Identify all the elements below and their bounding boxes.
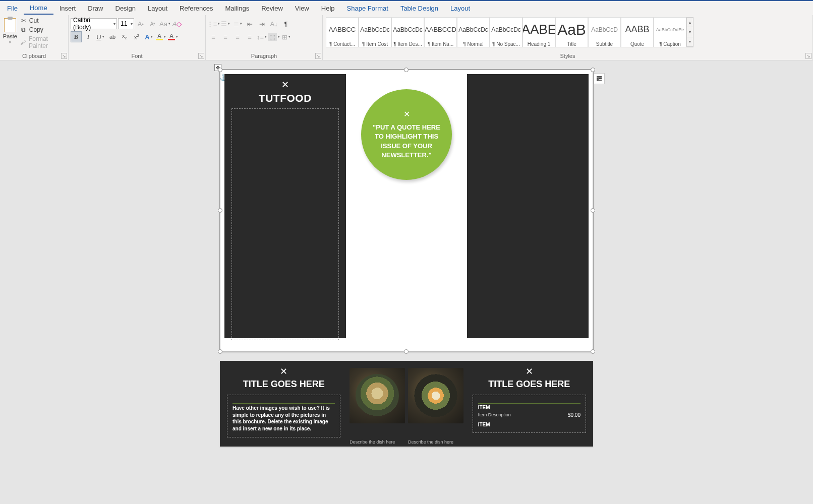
gallery-down[interactable]: ▾ <box>687 27 693 37</box>
clear-formatting-button[interactable]: A◇ <box>171 18 183 29</box>
menu-item-price: $0.00 <box>568 412 580 418</box>
paste-label: Paste <box>3 33 17 39</box>
menu-bar: File Home Insert Draw Design Layout Refe… <box>0 1 813 15</box>
tab-shape-format[interactable]: Shape Format <box>341 3 394 14</box>
utensils-icon: ✕ <box>227 366 340 377</box>
styles-launcher[interactable]: ↘ <box>805 53 811 59</box>
align-right-button[interactable]: ≡ <box>232 31 243 42</box>
tab-table-design[interactable]: Table Design <box>394 3 444 14</box>
style-item-des[interactable]: AaBbCcDc¶ Item Des... <box>391 17 424 47</box>
text-placeholder[interactable] <box>231 108 339 340</box>
brochure-panel-right[interactable] <box>467 74 589 338</box>
shading-button[interactable]: ⬚▾ <box>268 31 279 42</box>
style-heading1[interactable]: AABEHeading 1 <box>522 17 555 47</box>
bold-button[interactable]: B <box>71 31 82 42</box>
font-size-combo[interactable]: 11 <box>118 18 134 29</box>
increase-indent-button[interactable]: ⇥ <box>256 18 267 29</box>
menu-item-name: ITEM <box>478 422 580 427</box>
tab-help[interactable]: Help <box>315 3 341 14</box>
style-item-cost[interactable]: AaBbCcDc¶ Item Cost <box>359 17 391 47</box>
tab-file[interactable]: File <box>1 3 24 14</box>
style-caption[interactable]: AaBbCcDdEe¶ Caption <box>654 17 686 47</box>
style-contact[interactable]: AABBCC¶ Contact... <box>326 17 359 47</box>
sel-handle[interactable] <box>218 68 222 72</box>
justify-button[interactable]: ≡ <box>244 31 255 42</box>
sel-handle[interactable] <box>591 208 595 213</box>
sel-handle[interactable] <box>404 68 409 72</box>
quote-circle[interactable]: ✕ "PUT A QUOTE HERE TO HIGHLIGHT THIS IS… <box>361 89 452 180</box>
tab-table-layout[interactable]: Layout <box>444 3 476 14</box>
menu-placeholder[interactable]: ITEM Item Description $0.00 ITEM <box>473 395 586 433</box>
show-marks-button[interactable]: ¶ <box>280 18 292 29</box>
decrease-font-button[interactable]: A▾ <box>147 18 158 29</box>
sel-handle[interactable] <box>404 349 409 354</box>
brochure2-center[interactable]: Describe the dish here Describe the dish… <box>347 361 465 447</box>
change-case-button[interactable]: Aa▾ <box>159 18 170 29</box>
cut-button[interactable]: ✂ Cut <box>20 17 66 24</box>
tab-draw[interactable]: Draw <box>82 3 109 14</box>
style-item-na[interactable]: AABBCCD¶ Item Na... <box>424 17 457 47</box>
format-painter-button[interactable]: 🖌 Format Painter <box>20 35 66 49</box>
tab-review[interactable]: Review <box>255 3 289 14</box>
sel-handle[interactable] <box>591 68 595 72</box>
text-placeholder[interactable]: Have other images you wish to use? It is… <box>227 395 340 437</box>
sel-handle[interactable] <box>218 208 222 213</box>
gallery-scroll: ▴ ▾ ▾ <box>686 17 693 47</box>
page-2[interactable]: ✕ TITLE GOES HERE Have other images you … <box>220 361 593 447</box>
tab-insert[interactable]: Insert <box>53 3 82 14</box>
multilevel-button[interactable]: ≣▾ <box>232 18 243 29</box>
copy-button[interactable]: ⧉ Copy <box>20 26 66 33</box>
gallery-more[interactable]: ▾ <box>687 37 693 47</box>
tab-view[interactable]: View <box>289 3 315 14</box>
highlight-button[interactable]: A▾ <box>155 31 166 42</box>
food-image[interactable] <box>350 368 405 423</box>
strikethrough-button[interactable]: ab <box>107 31 118 42</box>
brochure2-left[interactable]: ✕ TITLE GOES HERE Have other images you … <box>220 361 347 447</box>
document-canvas[interactable]: ✥ ⚓ ✕ TUTFOOD ✕ "PUT A QUOTE HERE TO HIG… <box>0 60 813 504</box>
subscript-button[interactable]: x2 <box>119 31 130 42</box>
increase-font-button[interactable]: A▴ <box>135 18 146 29</box>
decrease-indent-button[interactable]: ⇤ <box>244 18 255 29</box>
font-name-combo[interactable]: Calibri (Body) <box>71 18 117 29</box>
sel-handle[interactable] <box>218 349 222 354</box>
italic-button[interactable]: I <box>83 31 94 42</box>
body-text: Have other images you wish to use? It is… <box>233 405 335 432</box>
style-subtitle[interactable]: AaBbCcDSubtitle <box>588 17 621 47</box>
line-spacing-button[interactable]: ↕≡▾ <box>256 31 267 42</box>
style-title[interactable]: AaBTitle <box>555 17 588 47</box>
underline-button[interactable]: U▾ <box>95 31 106 42</box>
page-1[interactable]: ✥ ⚓ ✕ TUTFOOD ✕ "PUT A QUOTE HERE TO HIG… <box>220 70 593 352</box>
tab-layout[interactable]: Layout <box>142 3 173 14</box>
utensils-icon: ✕ <box>403 109 410 119</box>
bullets-button[interactable]: ⋮≡▾ <box>208 18 219 29</box>
food-image[interactable] <box>408 368 463 423</box>
menu-item-desc: Item Description <box>478 412 511 418</box>
gallery-up[interactable]: ▴ <box>687 18 693 27</box>
text-effects-button[interactable]: A▾ <box>143 31 154 42</box>
align-center-button[interactable]: ≡ <box>220 31 231 42</box>
tab-home[interactable]: Home <box>24 2 53 15</box>
align-left-button[interactable]: ≡ <box>208 31 219 42</box>
superscript-button[interactable]: x2 <box>131 31 142 42</box>
borders-button[interactable]: ⊞▾ <box>280 31 292 42</box>
tab-design[interactable]: Design <box>109 3 142 14</box>
paste-button[interactable]: Paste ▾ <box>2 16 18 44</box>
paragraph-launcher[interactable]: ↘ <box>315 53 321 59</box>
brochure-panel-center[interactable]: ✕ "PUT A QUOTE HERE TO HIGHLIGHT THIS IS… <box>346 74 468 338</box>
panel-title: TITLE GOES HERE <box>227 379 340 390</box>
tab-references[interactable]: References <box>173 3 219 14</box>
style-quote[interactable]: AABBQuote <box>621 17 654 47</box>
clipboard-launcher[interactable]: ↘ <box>61 53 67 59</box>
sort-button[interactable]: A↓ <box>268 18 279 29</box>
brochure-panel-left[interactable]: ✕ TUTFOOD <box>224 74 346 338</box>
font-color-button[interactable]: A▾ <box>167 31 179 42</box>
group-label-font: Font <box>71 53 203 60</box>
style-normal[interactable]: AaBbCcDc¶ Normal <box>457 17 490 47</box>
brochure2-right[interactable]: ✕ TITLE GOES HERE ITEM Item Description … <box>466 361 593 447</box>
sel-handle[interactable] <box>591 349 595 354</box>
tab-mailings[interactable]: Mailings <box>219 3 256 14</box>
layout-options-button[interactable] <box>594 73 605 84</box>
numbering-button[interactable]: ☰▾ <box>220 18 231 29</box>
font-launcher[interactable]: ↘ <box>198 53 204 59</box>
style-no-spac[interactable]: AaBbCcDc¶ No Spac... <box>490 17 522 47</box>
